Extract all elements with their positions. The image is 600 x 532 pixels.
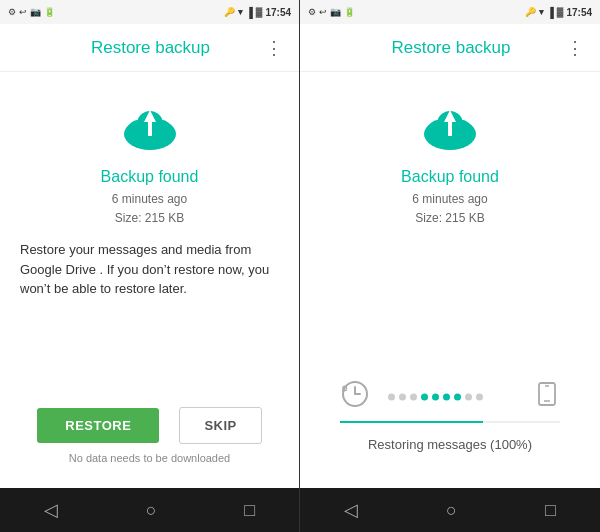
battery-left-icon: 🔋 — [44, 7, 55, 17]
right-progress-area: Restoring messages (100%) — [316, 377, 584, 452]
right-status-bar: ⚙ ↩ 📷 🔋 🔑 ▾ ▐ ▓ 17:54 — [300, 0, 600, 24]
progress-dot — [454, 394, 461, 401]
progress-line — [340, 421, 483, 423]
left-restore-description: Restore your messages and media from Goo… — [16, 240, 283, 299]
left-menu-button[interactable]: ⋮ — [265, 39, 283, 57]
left-home-nav[interactable]: ○ — [146, 500, 157, 521]
progress-dot — [399, 394, 406, 401]
left-backup-found: Backup found — [101, 168, 199, 186]
left-no-download: No data needs to be downloaded — [69, 452, 230, 464]
right-status-right: 🔑 ▾ ▐ ▓ 17:54 — [525, 7, 592, 18]
right-nav-bar: ◁ ○ □ — [300, 488, 600, 532]
progress-dot — [388, 394, 395, 401]
history-icon — [340, 379, 370, 416]
right-back-arrow-icon: ↩ — [319, 7, 327, 17]
right-status-icons: ⚙ ↩ 📷 🔋 — [308, 7, 355, 17]
phone-icon — [534, 381, 560, 413]
restoring-label: Restoring messages (100%) — [368, 437, 532, 452]
left-time: 17:54 — [265, 7, 291, 18]
left-wifi-icon: ▾ — [238, 7, 243, 17]
left-signal-icon: ▐ — [246, 7, 253, 18]
skip-button[interactable]: SKIP — [179, 407, 261, 444]
right-backup-size: Size: 215 KB — [412, 209, 487, 228]
progress-dot — [432, 394, 439, 401]
right-battery-icon: ▓ — [557, 7, 564, 17]
left-nav-bar: ◁ ○ □ — [0, 488, 299, 532]
left-backup-time: 6 minutes ago — [112, 190, 187, 209]
right-menu-button[interactable]: ⋮ — [566, 39, 584, 57]
progress-dots — [388, 394, 512, 401]
right-home-nav[interactable]: ○ — [446, 500, 457, 521]
left-back-nav[interactable]: ◁ — [44, 499, 58, 521]
left-app-title: Restore backup — [36, 38, 265, 58]
right-time: 17:54 — [566, 7, 592, 18]
left-status-right: 🔑 ▾ ▐ ▓ 17:54 — [224, 7, 291, 18]
left-phone-screen: ⚙ ↩ 📷 🔋 🔑 ▾ ▐ ▓ 17:54 Restore backup ⋮ — [0, 0, 300, 532]
left-button-row: RESTORE SKIP — [37, 407, 261, 444]
settings-icon: ⚙ — [8, 7, 16, 17]
right-backup-meta: 6 minutes ago Size: 215 KB — [412, 190, 487, 228]
right-backup-time: 6 minutes ago — [412, 190, 487, 209]
right-back-nav[interactable]: ◁ — [344, 499, 358, 521]
right-key-icon: 🔑 — [525, 7, 536, 17]
right-backup-found: Backup found — [401, 168, 499, 186]
restore-button[interactable]: RESTORE — [37, 408, 159, 443]
left-content: Backup found 6 minutes ago Size: 215 KB … — [0, 72, 299, 488]
left-battery-icon: ▓ — [256, 7, 263, 17]
progress-dot — [421, 394, 428, 401]
screenshot-icon: 📷 — [30, 7, 41, 17]
left-recents-nav[interactable]: □ — [244, 500, 255, 521]
progress-dot — [443, 394, 450, 401]
right-content: Backup found 6 minutes ago Size: 215 KB — [300, 72, 600, 488]
right-recents-nav[interactable]: □ — [545, 500, 556, 521]
progress-dot — [476, 394, 483, 401]
left-cloud-icon — [118, 100, 182, 160]
back-arrow-icon: ↩ — [19, 7, 27, 17]
right-phone-screen: ⚙ ↩ 📷 🔋 🔑 ▾ ▐ ▓ 17:54 Restore backup ⋮ — [300, 0, 600, 532]
right-cloud-icon — [418, 100, 482, 160]
right-signal-icon: ▐ — [547, 7, 554, 18]
right-screenshot-icon: 📷 — [330, 7, 341, 17]
right-battery-left-icon: 🔋 — [344, 7, 355, 17]
left-backup-size: Size: 215 KB — [112, 209, 187, 228]
right-settings-icon: ⚙ — [308, 7, 316, 17]
right-app-bar: Restore backup ⋮ — [300, 24, 600, 72]
left-app-bar: Restore backup ⋮ — [0, 24, 299, 72]
left-backup-meta: 6 minutes ago Size: 215 KB — [112, 190, 187, 228]
left-status-bar: ⚙ ↩ 📷 🔋 🔑 ▾ ▐ ▓ 17:54 — [0, 0, 299, 24]
progress-dot — [465, 394, 472, 401]
right-app-title: Restore backup — [336, 38, 566, 58]
progress-track — [340, 377, 560, 417]
left-status-icons: ⚙ ↩ 📷 🔋 — [8, 7, 55, 17]
right-wifi-icon: ▾ — [539, 7, 544, 17]
progress-dot — [410, 394, 417, 401]
left-key-icon: 🔑 — [224, 7, 235, 17]
